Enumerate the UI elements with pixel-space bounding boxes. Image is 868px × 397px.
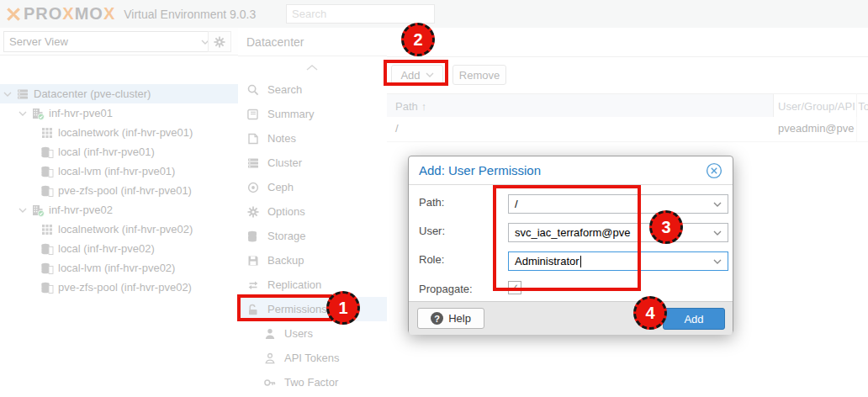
chevron-down-icon[interactable] [713, 259, 722, 264]
annotation-step-1: 1 [326, 291, 360, 325]
proxmox-screen: PROXMOX Virtual Environment 9.0.3 Server… [0, 0, 868, 397]
help-button[interactable]: ? Help [417, 308, 484, 329]
role-field-label: Role: [419, 253, 444, 266]
close-icon[interactable] [706, 162, 722, 179]
dialog-title: Add: User Permission [419, 163, 541, 177]
annotation-step-4: 4 [633, 296, 667, 330]
dialog-add-label: Add [684, 313, 703, 326]
propagate-field-label: Propagate: [419, 283, 473, 295]
dialog-header: Add: User Permission [409, 156, 733, 185]
help-button-label: Help [448, 312, 471, 325]
annotation-step-3: 3 [649, 210, 683, 244]
annotation-box-permissions [237, 294, 332, 321]
user-field-label: User: [419, 225, 445, 237]
chevron-down-icon[interactable] [713, 230, 722, 236]
annotation-box-add-button [384, 60, 448, 86]
path-field-label: Path: [419, 196, 444, 209]
chevron-down-icon[interactable] [713, 202, 722, 207]
dialog-add-button[interactable]: Add [663, 308, 725, 330]
question-icon: ? [431, 312, 443, 325]
annotation-box-dialog-fields [493, 185, 641, 291]
dialog-footer: ? Help Add [409, 301, 733, 335]
annotation-step-2: 2 [401, 23, 435, 56]
